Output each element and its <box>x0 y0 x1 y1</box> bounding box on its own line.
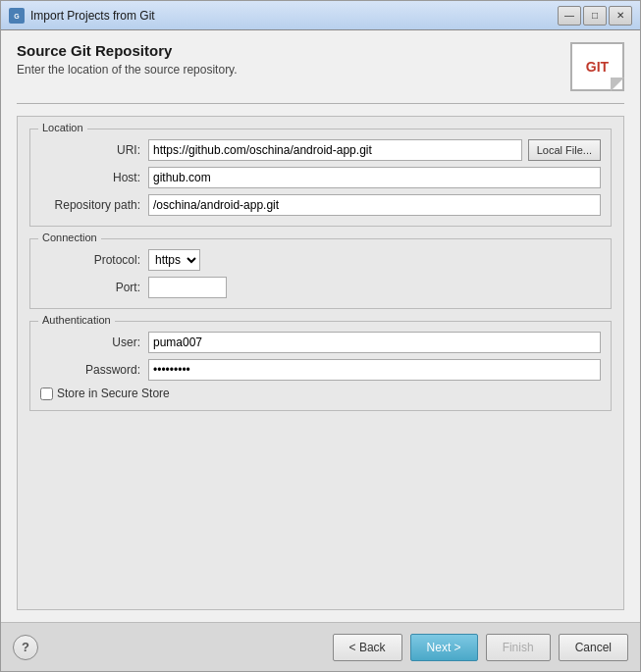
header-separator <box>17 103 624 104</box>
local-file-button[interactable]: Local File... <box>528 139 601 161</box>
footer-bar: ? < Back Next > Finish Cancel <box>1 622 640 671</box>
port-input[interactable] <box>148 277 227 298</box>
page-subtitle: Enter the location of the source reposit… <box>17 63 238 77</box>
repo-path-row: Repository path: <box>40 194 601 216</box>
window-title: Import Projects from Git <box>30 9 558 23</box>
port-label: Port: <box>40 281 148 294</box>
help-button[interactable]: ? <box>13 635 38 660</box>
protocol-label: Protocol: <box>40 253 148 267</box>
store-secure-label: Store in Secure Store <box>57 387 170 400</box>
finish-button[interactable]: Finish <box>486 634 551 661</box>
user-input[interactable] <box>148 332 601 353</box>
close-button[interactable]: ✕ <box>609 6 632 26</box>
window-icon: G <box>9 8 25 24</box>
content-area: Source Git Repository Enter the location… <box>1 30 640 622</box>
back-button[interactable]: < Back <box>333 634 402 661</box>
host-input[interactable] <box>148 167 601 188</box>
port-row: Port: <box>40 277 601 298</box>
uri-row: URI: Local File... <box>40 139 601 161</box>
connection-legend: Connection <box>38 232 101 243</box>
store-secure-checkbox[interactable] <box>40 388 53 400</box>
user-label: User: <box>40 336 148 349</box>
password-row: Password: <box>40 359 601 381</box>
uri-input[interactable] <box>148 139 522 161</box>
protocol-row: Protocol: https http ssh git <box>40 249 601 271</box>
user-row: User: <box>40 332 601 353</box>
connection-section: Connection Protocol: https http ssh git … <box>29 238 612 309</box>
header-text: Source Git Repository Enter the location… <box>17 42 238 77</box>
window-controls: — □ ✕ <box>558 6 632 26</box>
svg-text:G: G <box>14 13 20 20</box>
minimize-button[interactable]: — <box>558 6 581 26</box>
title-bar: G Import Projects from Git — □ ✕ <box>1 1 640 30</box>
password-label: Password: <box>40 363 148 377</box>
authentication-legend: Authentication <box>38 314 115 326</box>
host-row: Host: <box>40 167 601 188</box>
cancel-button[interactable]: Cancel <box>559 634 628 661</box>
maximize-button[interactable]: □ <box>583 6 607 26</box>
location-section: Location URI: Local File... Host: Rep <box>29 129 612 227</box>
protocol-select[interactable]: https http ssh git <box>148 249 200 271</box>
page-title: Source Git Repository <box>17 42 238 59</box>
next-button[interactable]: Next > <box>410 634 478 661</box>
uri-label: URI: <box>40 143 148 157</box>
authentication-section: Authentication User: Password: Store in … <box>29 321 612 411</box>
repo-path-label: Repository path: <box>40 198 148 212</box>
git-logo: GIT <box>570 42 624 91</box>
password-input[interactable] <box>148 359 601 381</box>
header-section: Source Git Repository Enter the location… <box>17 42 624 91</box>
repo-path-input[interactable] <box>148 194 601 216</box>
location-legend: Location <box>38 122 87 133</box>
store-secure-row: Store in Secure Store <box>40 387 601 400</box>
main-panel: Location URI: Local File... Host: Rep <box>17 116 624 610</box>
host-label: Host: <box>40 171 148 184</box>
main-window: G Import Projects from Git — □ ✕ Source … <box>0 0 641 672</box>
